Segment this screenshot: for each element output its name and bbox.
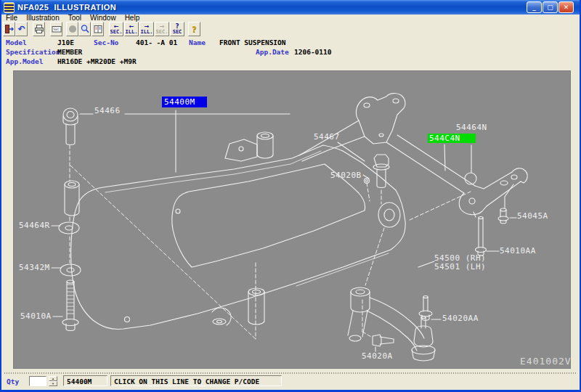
printer-icon (34, 24, 44, 34)
spec-value: MEMBER (57, 48, 82, 56)
qty-input[interactable] (29, 376, 46, 386)
part-label-544C4N[interactable]: 544C4N (428, 134, 476, 143)
sec-code-button[interactable]: SEC (50, 22, 62, 36)
part-label-54466[interactable]: 54466 (94, 106, 121, 115)
menu-bar: File Illustration Tool Window Help (1, 15, 580, 22)
print-button[interactable] (33, 22, 45, 36)
appdate-value: 1206-0110 (294, 48, 331, 56)
maximize-button[interactable]: ▢ (543, 1, 558, 13)
drawing-code: E401002V (520, 356, 572, 367)
part-label-54342M[interactable]: 54342M (19, 263, 50, 272)
model-value: J10E (57, 38, 74, 46)
left-arrow-icon: ← (114, 24, 119, 29)
right-arrow-icon: → (145, 24, 150, 29)
record-button[interactable] (66, 22, 78, 36)
toolbar: ↶ SEC (1, 22, 580, 38)
minimize-button[interactable]: _ (527, 1, 542, 13)
part-label-54010A[interactable]: 54010A (20, 311, 52, 321)
part-label-54464R[interactable]: 54464R (19, 221, 50, 230)
next-ill-button[interactable]: → ILL. (139, 22, 154, 36)
sec-box-icon: SEC (52, 24, 62, 34)
next-sec-button[interactable]: → SEC. (155, 22, 169, 36)
part-label-54464N[interactable]: 54464N (456, 123, 487, 132)
bottom-bar: Qty ▲ ▼ 54400M CLICK ON THIS LINE TO CHA… (1, 375, 580, 390)
prev-sec-button[interactable]: ← SEC. (109, 22, 123, 36)
menu-file[interactable]: File (1, 15, 22, 22)
menu-help[interactable]: Help (121, 15, 145, 22)
close-button[interactable]: ✕ (558, 1, 574, 13)
window-title: NFA025 ILLUSTRATION (17, 3, 116, 12)
part-label-54400M[interactable]: 54400M (162, 97, 207, 107)
zoom-button[interactable] (78, 22, 91, 36)
menu-illustration[interactable]: Illustration (22, 15, 64, 22)
name-value: FRONT SUSPENSION (219, 38, 286, 46)
spec-label: Specification (6, 48, 60, 56)
title-bar: NFA025 ILLUSTRATION _ ▢ ✕ (1, 0, 580, 15)
undo-arrow-icon: ↶ (17, 25, 25, 33)
secno-label: Sec-No (94, 38, 118, 46)
appdate-label: App.Date (256, 48, 289, 56)
app-window: NFA025 ILLUSTRATION _ ▢ ✕ File Illustrat… (0, 0, 581, 392)
part-label-54020AA[interactable]: 54020AA (442, 314, 479, 323)
qty-spinner: ▲ ▼ (49, 376, 57, 386)
pcode-hint-field[interactable]: CLICK ON THIS LINE TO CHANGE P/CODE (110, 375, 282, 386)
part-label-54010AA[interactable]: 54010AA (500, 246, 536, 256)
help-button[interactable]: ? (188, 22, 200, 36)
name-label: Name (189, 38, 206, 46)
question-icon: ? (176, 24, 179, 29)
part-code-field[interactable]: 54400M (63, 375, 107, 386)
secno-value: 401- -A 01 (136, 38, 177, 46)
help-icon: ? (192, 25, 197, 33)
right-arrow-icon: → (160, 24, 165, 29)
svg-text:SEC: SEC (53, 28, 60, 31)
undo-button[interactable]: ↶ (15, 22, 28, 36)
magnifier-icon (80, 24, 90, 34)
menu-window[interactable]: Window (86, 15, 121, 22)
part-label-54020A[interactable]: 54020A (362, 351, 393, 361)
part-label-54045A[interactable]: 54045A (517, 211, 548, 221)
book-button[interactable] (92, 22, 104, 36)
part-label-54020B[interactable]: 54020B (330, 171, 362, 180)
info-bar: Model J10E Sec-No 401- -A 01 Name FRONT … (1, 38, 580, 70)
model-label: Model (6, 38, 27, 46)
qty-spin-down-button[interactable]: ▼ (49, 381, 57, 386)
book-icon (93, 24, 103, 34)
exit-door-icon (4, 24, 15, 34)
left-arrow-icon: ← (129, 24, 134, 29)
record-circle-icon (69, 25, 76, 33)
part-label-54501LH[interactable]: 54501 (LH) (434, 262, 486, 271)
appmodel-label: App.Model (6, 57, 43, 65)
sec-search-button[interactable]: ? SEC (170, 22, 184, 36)
appmodel-value: HR16DE +MR20DE +M9R (57, 57, 137, 65)
part-label-54467[interactable]: 54467 (314, 132, 340, 142)
qty-label: Qty (7, 377, 19, 385)
menu-tool[interactable]: Tool (64, 15, 86, 22)
qty-spin-up-button[interactable]: ▲ (49, 376, 57, 381)
app-icon (4, 2, 15, 13)
exit-button[interactable] (3, 22, 15, 36)
prev-ill-button[interactable]: ← ILL. (124, 22, 139, 36)
